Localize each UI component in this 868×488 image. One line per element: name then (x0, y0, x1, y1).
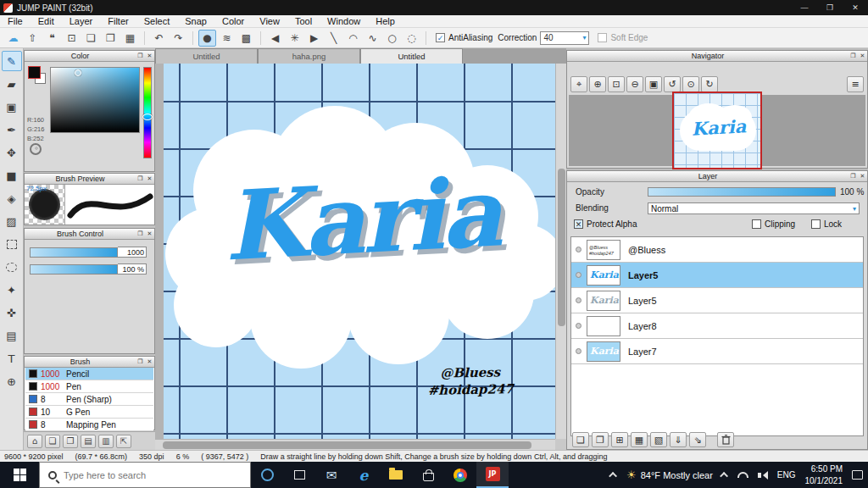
bucket-tool[interactable]: ◈ (2, 188, 22, 208)
soft-edge-checkbox[interactable]: Soft Edge (598, 33, 648, 42)
float-panel-icon[interactable]: ❐ (136, 53, 145, 59)
dashed-circle-icon[interactable]: ◌ (403, 30, 420, 47)
new-canvas-icon[interactable]: ❏ (45, 435, 60, 448)
taskbar-search[interactable] (39, 462, 251, 488)
correction-select[interactable]: 40 ▾ (540, 31, 589, 45)
menu-filter[interactable]: Filter (100, 16, 136, 26)
layer-visibility-dot[interactable] (576, 323, 581, 329)
foreground-color-swatch[interactable] (28, 66, 41, 79)
transfer-layer-icon[interactable]: ⇘ (689, 432, 706, 447)
delete-layer-icon[interactable] (717, 432, 734, 447)
doc-list-icon[interactable]: ❐ (63, 435, 78, 448)
jump-paint-app-button[interactable]: JP (476, 462, 509, 488)
new-doc-icon[interactable]: ❏ (82, 30, 100, 47)
float-panel-icon[interactable]: ❐ (136, 175, 145, 182)
sv-marker[interactable] (75, 69, 81, 76)
brush-size-value[interactable]: 1000 (118, 247, 147, 258)
color-wheel-icon[interactable] (30, 143, 42, 155)
pan-icon[interactable]: ⌖ (570, 76, 587, 92)
layer-visibility-dot[interactable] (576, 272, 581, 278)
duplicate-layer-icon[interactable]: ❐ (592, 432, 609, 447)
rotate-left-icon[interactable]: ↺ (664, 76, 681, 92)
redo-button[interactable]: ↷ (170, 30, 187, 47)
vertical-scrollbar[interactable] (555, 64, 566, 439)
home-icon[interactable]: ⌂ (27, 435, 42, 448)
duplicate-doc-icon[interactable]: ❐ (102, 30, 120, 47)
brush-item-pen[interactable]: 1000 Pen (25, 380, 153, 393)
pattern-icon[interactable]: ▩ (237, 30, 255, 47)
lock-checkbox[interactable]: Lock (811, 219, 842, 229)
layer-row-layer5[interactable]: Karia Layer5 (571, 288, 863, 313)
new-folder-icon[interactable]: ⊞ (611, 432, 628, 447)
stamp-tool[interactable]: ▣ (2, 97, 22, 117)
language-indicator[interactable]: ENG (777, 470, 796, 480)
tab-untitled-2[interactable]: Untitled (360, 48, 463, 64)
close-panel-icon[interactable]: ✕ (858, 53, 867, 59)
undo-button[interactable]: ↶ (150, 30, 168, 47)
new-layer-icon[interactable]: ❏ (572, 432, 589, 447)
zoom-in-icon[interactable]: ⊕ (589, 76, 606, 92)
tray-caret-icon[interactable] (720, 472, 728, 480)
vertical-scroll-thumb[interactable] (558, 169, 565, 326)
menu-help[interactable]: Help (368, 16, 403, 26)
mail-app-button[interactable]: ✉ (315, 462, 348, 488)
layer-visibility-dot[interactable] (576, 247, 581, 252)
navigator-preview[interactable]: Karia (672, 92, 762, 169)
brush-shape-button[interactable]: ● (198, 30, 216, 47)
fill-rect-tool[interactable]: ■ (2, 165, 22, 186)
s-curve-tool-icon[interactable]: ∿ (364, 30, 381, 47)
menu-edit[interactable]: Edit (31, 16, 62, 26)
volume-button[interactable] (758, 471, 768, 480)
ink-pen-tool[interactable]: ✒ (2, 119, 22, 140)
task-view-button[interactable] (283, 462, 315, 488)
menu-file[interactable]: File (0, 16, 31, 26)
rotate-right-icon[interactable]: ↻ (701, 76, 718, 92)
layer-opacity-slider[interactable] (648, 187, 836, 197)
close-panel-icon[interactable]: ✕ (858, 173, 867, 180)
close-panel-icon[interactable]: ✕ (145, 230, 154, 237)
menu-snap[interactable]: Snap (177, 16, 214, 26)
brush-item-g-pen[interactable]: 10 G Pen (25, 406, 153, 419)
edge-app-button[interactable]: e (348, 462, 380, 488)
weather-widget[interactable]: ☀ 84°F Mostly clear (626, 469, 713, 481)
hue-slider[interactable] (143, 67, 152, 158)
network-icon[interactable] (737, 472, 748, 478)
layer-row-bluess[interactable]: @Bluess #hoidap247 @Bluess (571, 237, 863, 263)
chrome-app-button[interactable] (444, 462, 476, 488)
pen-tool[interactable]: ✎ (2, 51, 22, 71)
lasso-tool[interactable] (2, 257, 22, 277)
snap-center-icon[interactable]: ✳ (286, 30, 303, 47)
search-input[interactable] (64, 470, 233, 480)
clock[interactable]: 6:50 PM 10/1/2021 (805, 463, 843, 486)
halftone-layer-icon[interactable]: ▦ (631, 432, 648, 447)
maximize-button[interactable]: ❐ (817, 0, 843, 15)
folder-icon[interactable]: ▤ (81, 435, 96, 448)
close-panel-icon[interactable]: ✕ (145, 358, 154, 365)
hue-marker[interactable] (142, 114, 153, 120)
screen-icon[interactable]: ⊡ (63, 30, 81, 47)
rotate-left-icon[interactable]: ◀ (266, 30, 284, 47)
minimize-button[interactable]: — (792, 0, 817, 15)
horizontal-scroll-thumb[interactable] (163, 441, 531, 449)
clipping-checkbox[interactable]: Clipping (752, 219, 795, 229)
start-button[interactable] (0, 462, 39, 488)
merge-down-icon[interactable]: ⇓ (670, 432, 687, 447)
magic-wand-tool[interactable]: ✦ (2, 280, 22, 300)
tone-tool[interactable]: ▤ (2, 325, 22, 346)
menu-layer[interactable]: Layer (62, 16, 101, 26)
float-panel-icon[interactable]: ❐ (136, 358, 145, 365)
tab-untitled-1[interactable]: Untitled (155, 48, 258, 64)
layer-visibility-dot[interactable] (576, 297, 581, 303)
close-panel-icon[interactable]: ✕ (145, 53, 154, 59)
move-tool[interactable]: ✥ (2, 142, 22, 163)
close-button[interactable]: ✕ (843, 0, 868, 15)
gradient-tool[interactable]: ▨ (2, 211, 22, 231)
brush-item-mapping-pen[interactable]: 8 Mapping Pen (25, 419, 153, 431)
rotate-right-icon[interactable]: ▶ (305, 30, 323, 47)
protect-alpha-checkbox[interactable]: ✕ Protect Alpha (574, 219, 637, 229)
saturation-value-picker[interactable] (50, 67, 140, 133)
select-rect-tool[interactable] (2, 234, 22, 254)
float-panel-icon[interactable]: ❐ (849, 173, 858, 180)
actual-size-icon[interactable]: ▣ (645, 76, 662, 92)
transform-tool[interactable]: ✜ (2, 302, 22, 323)
